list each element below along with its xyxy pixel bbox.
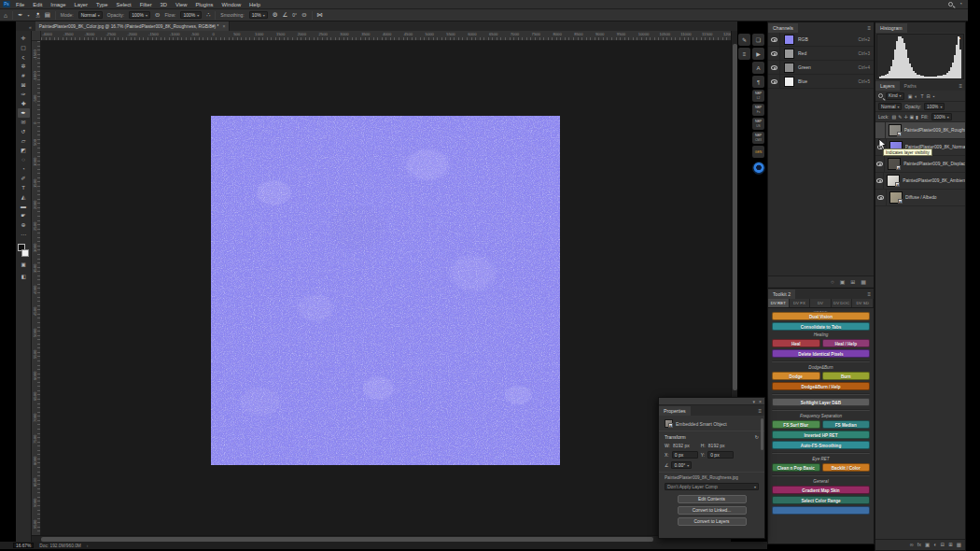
- layer-thumbnail[interactable]: ▦: [887, 175, 900, 187]
- layer-search-icon[interactable]: [878, 93, 883, 98]
- dock-brush-pack-icon[interactable]: ≡: [738, 48, 750, 60]
- brush-angle-value[interactable]: 0°: [292, 12, 297, 18]
- toolkit-button-dodge[interactable]: Dodge: [772, 372, 820, 380]
- canvas-horizontal-scrollbar[interactable]: [32, 535, 731, 542]
- filter-type-layers-icon[interactable]: T: [920, 93, 923, 99]
- smoothing-select[interactable]: 10%▾: [249, 11, 268, 19]
- toolkit-button-select-color-range[interactable]: Select Color Range: [772, 496, 870, 504]
- smoothing-gear-icon[interactable]: ⚙: [273, 11, 278, 19]
- marquee-tool[interactable]: ▢: [18, 43, 30, 52]
- lock-artboard-icon[interactable]: ▣: [910, 114, 915, 120]
- lock-paint-icon[interactable]: ✎: [898, 114, 902, 120]
- filter-shape-layers-icon[interactable]: ⊟: [926, 93, 930, 99]
- path-selection-tool[interactable]: ◭: [18, 192, 30, 202]
- toolkit-button-inverted-hp-ret[interactable]: Inverted HP RET: [772, 431, 870, 439]
- layer-comp-select[interactable]: Don't Apply Layer Comp▾: [665, 483, 759, 490]
- toolkit-menu-icon[interactable]: ≡: [867, 290, 871, 299]
- dock-nbp-fs-icon[interactable]: NBPFs: [752, 104, 764, 116]
- airbrush-icon[interactable]: ∴: [206, 11, 210, 19]
- profile-icon[interactable]: ◔: [959, 1, 962, 7]
- channel-visibility-toggle[interactable]: [768, 33, 780, 46]
- channel-visibility-toggle[interactable]: [768, 61, 780, 74]
- lasso-tool[interactable]: ς: [18, 52, 30, 62]
- symmetry-icon[interactable]: ⋈: [317, 11, 324, 19]
- opacity-select[interactable]: 100%▾: [129, 11, 150, 19]
- brush-angle-icon[interactable]: ∠: [283, 11, 288, 19]
- toolkit-button-dual-vision[interactable]: Dual Vision: [772, 312, 870, 320]
- toolkit-tab-dv-fx[interactable]: DV FX: [790, 299, 811, 307]
- spot-healing-tool[interactable]: ✚: [18, 99, 30, 108]
- adjustment-layer-icon[interactable]: ◐: [933, 542, 936, 547]
- dodge-tool[interactable]: ◔: [18, 164, 30, 174]
- layer-thumbnail[interactable]: ▦: [889, 124, 902, 136]
- channel-visibility-toggle[interactable]: [768, 75, 780, 88]
- canvas-viewport[interactable]: [41, 41, 731, 535]
- status-chevron-icon[interactable]: ›: [87, 544, 89, 548]
- brush-tool-icon[interactable]: ✒: [18, 11, 22, 19]
- dock-gen-icon[interactable]: GEN: [752, 146, 764, 158]
- dock-character-icon[interactable]: A: [752, 62, 764, 74]
- close-tab-icon[interactable]: ×: [222, 23, 225, 29]
- delete-channel-icon[interactable]: ▦: [861, 278, 866, 285]
- toolkit-button-heal[interactable]: Heal: [772, 339, 820, 347]
- save-selection-as-channel-icon[interactable]: ▣: [840, 278, 846, 285]
- new-layer-icon[interactable]: ⊞: [948, 542, 953, 547]
- layer-visibility-toggle[interactable]: [875, 122, 886, 138]
- properties-button-convert-to-linked-[interactable]: Convert to Linked...: [678, 506, 747, 515]
- toolkit-tab-dv-ret[interactable]: DV RET: [768, 299, 790, 307]
- edit-toolbar-tool[interactable]: ⋯: [18, 230, 30, 239]
- brush-preset-caret[interactable]: ▾: [27, 13, 29, 18]
- brush-tool[interactable]: ✒: [18, 108, 30, 118]
- channel-row-blue[interactable]: BlueCtrl+5: [768, 75, 874, 89]
- layer-effects-icon[interactable]: fx: [917, 542, 921, 547]
- pressure-size-icon[interactable]: ⊙: [301, 11, 306, 19]
- filter-smart-objects-icon[interactable]: ▪: [933, 93, 935, 99]
- tab-histogram[interactable]: Histogram: [875, 23, 907, 33]
- menu-layer[interactable]: Layer: [74, 2, 88, 7]
- toolkit-button-backlit-color[interactable]: Backlit / Color: [822, 463, 871, 472]
- crop-tool[interactable]: #: [18, 71, 30, 80]
- toolkit-tab-dv-sd[interactable]: DV SD: [852, 299, 874, 307]
- hand-tool[interactable]: ☛: [18, 211, 30, 220]
- rectangle-tool[interactable]: ▬: [18, 202, 30, 211]
- dock-clone-source-icon[interactable]: ❏: [752, 34, 764, 46]
- toolkit-button-consolidate-to-tabs[interactable]: Consolidate to Tabs: [772, 322, 870, 331]
- toolkit-button-clean-n-pop-basic[interactable]: Clean n Pop Basic: [772, 463, 820, 472]
- channel-row-rgb[interactable]: RGBCtrl+2: [768, 33, 874, 47]
- layer-opacity-select[interactable]: 100%▾: [924, 103, 945, 110]
- brush-panel-toggle-icon[interactable]: ▤: [45, 11, 50, 19]
- tab-overflow-icon[interactable]: «: [29, 24, 32, 30]
- home-icon[interactable]: ⌂: [4, 12, 7, 19]
- background-color[interactable]: [21, 249, 29, 257]
- frame-tool[interactable]: ⊠: [18, 80, 30, 90]
- blend-mode-select[interactable]: Normal▾: [878, 103, 902, 110]
- properties-button-convert-to-layers[interactable]: Convert to Layers: [678, 517, 747, 526]
- toolkit-button-auto-fs-smoothing[interactable]: Auto-FS-Smoothing: [772, 441, 870, 449]
- brush-preset-picker[interactable]: ● 20: [35, 12, 39, 19]
- menu-file[interactable]: File: [16, 2, 24, 7]
- layer-thumbnail[interactable]: ▦: [889, 191, 903, 204]
- toolkit-button-delete-identical-pixels[interactable]: Delete Identical Pixels: [772, 349, 870, 358]
- menu-filter[interactable]: Filter: [140, 2, 152, 7]
- layer-row-paintedplaster009_8k_ambientocclusion[interactable]: ▦PaintedPlaster009_8K_AmbientOcclusion: [875, 173, 965, 190]
- properties-button-edit-contents[interactable]: Edit Contents: [678, 495, 747, 503]
- history-brush-tool[interactable]: ↺: [18, 127, 30, 136]
- tab-properties[interactable]: Properties: [659, 406, 691, 416]
- toolkit-button-dodge-burn-help[interactable]: Dodge&Burn / Help: [772, 382, 870, 390]
- channels-menu-icon[interactable]: ≡: [867, 24, 871, 33]
- dock-paragraph-icon[interactable]: ¶: [752, 76, 764, 88]
- dock-nbp-cmx-icon[interactable]: NBPCMX: [752, 132, 764, 144]
- blur-tool[interactable]: ◌: [18, 155, 30, 164]
- x-field[interactable]: 0 px: [672, 451, 698, 459]
- layer-visibility-toggle[interactable]: [875, 173, 884, 189]
- menu-image[interactable]: Image: [50, 2, 65, 7]
- height-value[interactable]: 8192 px: [708, 443, 725, 448]
- toolkit-button-softlight-layer-d-b[interactable]: Softlight Layer D&B: [772, 398, 870, 406]
- zoom-tool[interactable]: ⊕: [18, 220, 30, 230]
- collapse-panel-icon[interactable]: ▾: [753, 399, 756, 404]
- dock-actions-icon[interactable]: ▶: [752, 48, 764, 60]
- toolkit-button-fs-median[interactable]: FS Median: [822, 420, 871, 429]
- properties-scrollbar[interactable]: [761, 418, 763, 450]
- tab-paths[interactable]: Paths: [900, 81, 921, 91]
- layer-thumbnail[interactable]: ▦: [888, 158, 901, 170]
